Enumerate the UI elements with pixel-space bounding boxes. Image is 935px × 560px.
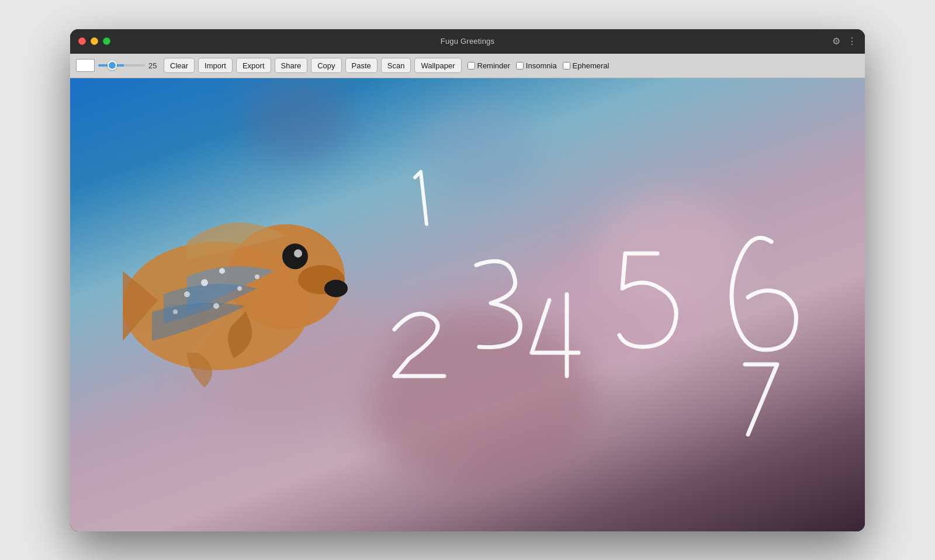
svg-point-3 bbox=[294, 249, 302, 258]
reminder-label: Reminder bbox=[477, 61, 510, 70]
svg-point-6 bbox=[201, 279, 208, 286]
clear-button[interactable]: Clear bbox=[164, 58, 195, 73]
import-button[interactable]: Import bbox=[198, 58, 233, 73]
share-button[interactable]: Share bbox=[275, 58, 308, 73]
menu-icon[interactable]: ⋮ bbox=[847, 36, 857, 47]
stroke-size-slider[interactable] bbox=[98, 64, 145, 67]
titlebar-icons: ⚙ ⋮ bbox=[832, 36, 857, 47]
svg-point-2 bbox=[282, 244, 308, 269]
toolbar: 25 Clear Import Export Share Copy Paste … bbox=[70, 54, 865, 78]
svg-point-8 bbox=[237, 286, 242, 291]
insomnia-checkbox[interactable] bbox=[516, 62, 524, 69]
scan-button[interactable]: Scan bbox=[381, 58, 411, 73]
options-group: Reminder Insomnia Ephemeral bbox=[468, 61, 610, 70]
reminder-checkbox-label[interactable]: Reminder bbox=[468, 61, 510, 70]
close-button[interactable] bbox=[78, 37, 86, 45]
svg-point-9 bbox=[184, 291, 190, 297]
ephemeral-checkbox-label[interactable]: Ephemeral bbox=[563, 61, 610, 70]
canvas-background bbox=[70, 78, 865, 531]
coral-blob-2 bbox=[362, 312, 596, 487]
ephemeral-label: Ephemeral bbox=[573, 61, 610, 70]
drawn-number-1 bbox=[415, 172, 427, 224]
insomnia-label: Insomnia bbox=[526, 61, 557, 70]
svg-point-7 bbox=[219, 268, 225, 274]
wallpaper-button[interactable]: Wallpaper bbox=[414, 58, 461, 73]
minimize-button[interactable] bbox=[91, 37, 98, 45]
svg-point-10 bbox=[255, 274, 259, 279]
stroke-size-value: 25 bbox=[148, 61, 160, 70]
copy-button[interactable]: Copy bbox=[311, 58, 341, 73]
stroke-size-control: 25 bbox=[98, 61, 160, 70]
drawn-number-7 bbox=[745, 364, 777, 434]
drawing-canvas[interactable] bbox=[70, 78, 865, 531]
pen-color-swatch[interactable] bbox=[76, 59, 95, 72]
coral-blob-3 bbox=[596, 195, 742, 312]
insomnia-checkbox-label[interactable]: Insomnia bbox=[516, 61, 557, 70]
coral-blob-6 bbox=[245, 78, 351, 160]
ephemeral-checkbox[interactable] bbox=[563, 62, 570, 69]
svg-point-12 bbox=[173, 309, 178, 314]
export-button[interactable]: Export bbox=[236, 58, 271, 73]
titlebar: Fugu Greetings ⚙ ⋮ bbox=[70, 29, 865, 54]
window-title: Fugu Greetings bbox=[441, 37, 494, 46]
traffic-lights bbox=[78, 37, 110, 45]
app-window: Fugu Greetings ⚙ ⋮ 25 Clear Import Expor… bbox=[70, 29, 865, 531]
coral-blob-7 bbox=[70, 399, 362, 516]
paste-button[interactable]: Paste bbox=[345, 58, 378, 73]
extension-icon[interactable]: ⚙ bbox=[832, 36, 840, 47]
coral-blob-5 bbox=[421, 107, 538, 195]
maximize-button[interactable] bbox=[103, 37, 110, 45]
reminder-checkbox[interactable] bbox=[468, 62, 475, 69]
